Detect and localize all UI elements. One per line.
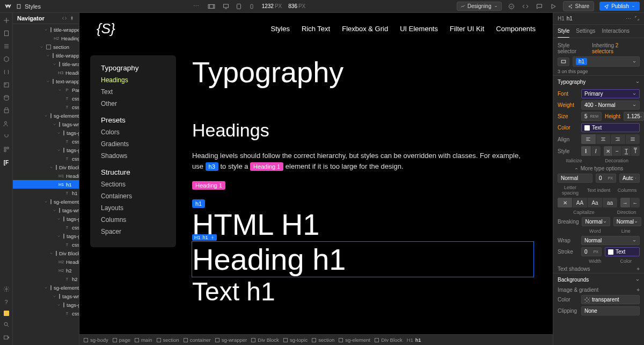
nav-link[interactable]: Styles	[271, 25, 290, 33]
add-icon[interactable]	[2, 16, 11, 25]
nav-link[interactable]: Rich Text	[302, 25, 330, 33]
tree-row[interactable]: Tcss-tag	[13, 103, 79, 111]
style-panel-tab[interactable]: Style	[558, 28, 569, 38]
sidenav-item[interactable]: Spacer	[101, 228, 165, 235]
webflow-logo-icon[interactable]	[4, 3, 12, 10]
spacing-mode[interactable]: Normal	[558, 174, 592, 183]
sidenav-item[interactable]: Containers	[101, 192, 165, 200]
tree-row[interactable]: Tcss-tag	[13, 137, 79, 146]
tree-row[interactable]: H2Heading 2	[13, 257, 79, 266]
chevron-down-icon[interactable]	[43, 28, 48, 32]
comment-icon[interactable]	[535, 2, 544, 11]
style-panel-tab[interactable]: Settings	[576, 28, 595, 38]
tree-row[interactable]: PParagraph	[13, 85, 79, 94]
breadcrumb-item[interactable]: page	[113, 337, 130, 343]
chevron-down-icon[interactable]	[56, 148, 61, 152]
breadcrumb-item[interactable]: Div Block	[251, 337, 279, 343]
breadcrumb-item[interactable]: sg-topic	[283, 337, 308, 343]
tree-row[interactable]: sg-element	[13, 111, 79, 120]
check-icon[interactable]	[507, 2, 516, 11]
desktop-icon[interactable]	[222, 3, 230, 10]
italic-buttons[interactable]: I I	[581, 146, 601, 156]
columns-input[interactable]: Autc·	[619, 174, 640, 183]
breakpoint-selector[interactable]	[558, 58, 569, 66]
tree-row[interactable]: text-wrapper	[13, 77, 79, 85]
nav-link[interactable]: Flexbox & Grid	[342, 25, 388, 33]
expand-icon[interactable]	[634, 16, 640, 21]
publish-button[interactable]: Publish	[599, 2, 640, 11]
tree-row[interactable]: section	[13, 42, 79, 51]
tree-row[interactable]: tags-group	[13, 146, 79, 154]
tree-row[interactable]: tags-group	[13, 232, 79, 240]
stroke-width-input[interactable]: 0PX	[581, 247, 602, 256]
assets-icon[interactable]	[2, 81, 11, 89]
sidenav-item[interactable]: Layouts	[101, 204, 165, 212]
breadcrumb-item[interactable]: sg-body	[84, 337, 108, 343]
chevron-down-icon[interactable]	[52, 123, 57, 126]
tree-row[interactable]: Tcss-tag	[13, 94, 79, 103]
chevron-down-icon[interactable]	[48, 166, 54, 169]
search-icon[interactable]	[2, 320, 11, 329]
indent-input[interactable]: 0PX	[596, 174, 616, 183]
tree-row[interactable]: H1h1	[13, 180, 79, 189]
breadcrumb-item[interactable]: main	[135, 337, 152, 343]
sidenav-item[interactable]: Gradients	[101, 140, 165, 148]
more-icon[interactable]: ⋯	[192, 2, 201, 11]
bg-color[interactable]: transparent	[581, 295, 640, 304]
tree-row[interactable]: tags-group	[13, 214, 79, 223]
mobile-icon[interactable]	[248, 3, 255, 10]
chevron-down-icon[interactable]	[56, 234, 61, 238]
line-break-dropdown[interactable]: Normal	[613, 217, 641, 226]
chevron-down-icon[interactable]	[43, 200, 48, 204]
video-icon[interactable]	[2, 333, 11, 342]
page-selector[interactable]: Styles	[16, 3, 41, 10]
sidenav-item[interactable]: Text	[101, 88, 165, 96]
more-icon[interactable]: ⋯	[626, 16, 631, 21]
add-bg-icon[interactable]: +	[636, 287, 640, 293]
play-icon[interactable]	[549, 2, 558, 11]
tree-row[interactable]: H2h2	[13, 266, 79, 275]
warning-icon[interactable]	[4, 311, 9, 316]
selected-element[interactable]: H1 h1 Heading h1	[192, 242, 533, 277]
mode-dropdown[interactable]: Designing	[457, 2, 501, 11]
sidenav-item[interactable]: Other	[101, 100, 165, 107]
chevron-down-icon[interactable]	[52, 209, 57, 212]
code-icon[interactable]	[521, 2, 530, 11]
canvas-width[interactable]: 1232	[262, 3, 274, 9]
tree-row[interactable]: tags-group	[13, 300, 79, 309]
tree-row[interactable]: Tcss-tag	[13, 309, 79, 318]
chevron-down-icon[interactable]	[43, 114, 48, 118]
breakpoint-icon[interactable]	[207, 2, 216, 11]
tree-row[interactable]: Tcss-tag	[13, 154, 79, 163]
finsweet-icon[interactable]: [F	[2, 158, 11, 167]
tree-row[interactable]: title-wrapper	[13, 60, 79, 68]
backgrounds-section[interactable]: Backgrounds	[553, 273, 644, 286]
tree-row[interactable]: H3Heading 3	[13, 68, 79, 77]
wrap-dropdown[interactable]: Normal	[581, 236, 640, 245]
tree-row[interactable]: tags-wrapper	[13, 120, 79, 128]
chevron-down-icon[interactable]	[39, 45, 44, 49]
style-panel-tab[interactable]: Interactions	[602, 28, 630, 38]
chevron-down-icon[interactable]	[56, 303, 61, 307]
heading-text-h1[interactable]: Text h1	[192, 277, 533, 306]
nav-link[interactable]: Filter UI Kit	[450, 25, 484, 33]
breadcrumb-selected[interactable]: H1 h1	[407, 337, 421, 343]
pin-icon[interactable]	[69, 16, 75, 21]
canvas-height[interactable]: 836	[288, 3, 297, 9]
capitalize-buttons[interactable]: ✕ AA Aa aa	[558, 198, 617, 207]
breadcrumb-item[interactable]: section	[312, 337, 334, 343]
color-dropdown[interactable]: Text	[581, 123, 640, 132]
typography-section[interactable]: Typography	[553, 75, 644, 88]
chevron-down-icon[interactable]	[43, 286, 48, 290]
tree-row[interactable]: title-wrapper	[13, 51, 79, 60]
sidenav-item[interactable]: Headings	[101, 76, 165, 84]
breadcrumb-item[interactable]: sg-element	[339, 337, 370, 343]
tree-row[interactable]: Th1	[13, 189, 79, 197]
chevron-down-icon[interactable]	[56, 217, 61, 221]
tree-row[interactable]: tags-group	[13, 128, 79, 137]
tree-row[interactable]: Div Block	[13, 249, 79, 257]
pages-icon[interactable]	[2, 29, 11, 38]
tree-row[interactable]: H2Heading 2	[13, 34, 79, 42]
tree-row[interactable]: title-wrapper	[13, 25, 79, 34]
nav-link[interactable]: UI Elements	[400, 25, 438, 33]
